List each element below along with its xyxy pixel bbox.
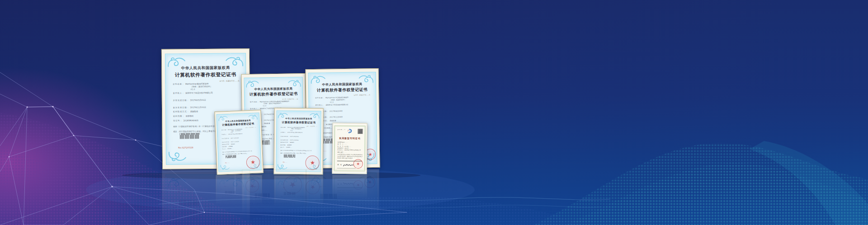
utility-patent-certificate: 证书号 第……号 实用新型专利证书 实用新型名称：…… 发 明 人：…… 专 利… bbox=[332, 123, 367, 174]
certificate-reflection: 中华人民共和国国家版权局 计算机软件著作权登记证书 证书号：软著登字第……号 软… bbox=[216, 175, 262, 225]
patent-serial: 证书号 第……号 bbox=[337, 129, 345, 131]
cert-authority: 中华人民共和国国家版权局 bbox=[245, 87, 303, 92]
cert-title: 计算机软件著作权登记证书 bbox=[277, 121, 321, 125]
cert-authority: 中华人民共和国国家版权局 bbox=[277, 117, 321, 120]
copyright-certificate-4: 中华人民共和国国家版权局 计算机软件著作权登记证书 证书号：软著登字第……号 软… bbox=[214, 110, 264, 175]
seal-star-icon: ★ bbox=[356, 162, 359, 166]
qr-code bbox=[358, 130, 362, 134]
cert-number-red: No.…… bbox=[225, 162, 230, 164]
barcode bbox=[284, 154, 295, 157]
seal-star-icon: ★ bbox=[310, 159, 315, 166]
field-dev-date: 开发完成日期：2017年05月01日 bbox=[173, 98, 242, 101]
field-pub-date: 首次发表日期：2017年11月01日 bbox=[173, 106, 242, 109]
seal-star-icon: ★ bbox=[368, 152, 373, 157]
copyright-certificate-5: 中华人民共和国国家版权局 计算机软件著作权登记证书 证书号：软著登字第……号 软… bbox=[274, 108, 323, 175]
patent-red-seal: ★ bbox=[354, 159, 363, 169]
field-author: 著作权人：深圳市马丁特尼尔技术有限公司 bbox=[173, 91, 242, 94]
certificate-reflection: 证书号 第……号 实用新型专利证书 实用新型名称：…… 发 明 人：…… 专 利… bbox=[332, 175, 367, 225]
hero-banner: 中华人民共和国国家版权局 计算机软件著作权登记证书 证书号：软著登字第……号 软… bbox=[0, 0, 868, 225]
cert-number-red: No.…… bbox=[283, 161, 288, 163]
cert-authority: 中华人民共和国国家版权局 bbox=[165, 66, 246, 71]
cert-title: 计算机软件著作权登记证书 bbox=[309, 87, 375, 94]
cert-number-red: No.02720328 bbox=[178, 146, 193, 149]
signature-scribble-icon bbox=[343, 163, 354, 167]
seal-star-icon: ★ bbox=[250, 159, 255, 165]
director-signature: 局 长 bbox=[337, 162, 354, 167]
cert-title: 计算机软件著作权登记证书 bbox=[165, 71, 246, 79]
corner-flourish-icon bbox=[168, 150, 187, 162]
barcode bbox=[226, 155, 236, 159]
barcode bbox=[179, 133, 200, 139]
corner-flourish-icon bbox=[278, 163, 288, 170]
certificate-reflection: 中华人民共和国国家版权局 计算机软件著作权登记证书 证书号：软著登字第……号 软… bbox=[274, 175, 323, 225]
footer-line bbox=[337, 168, 355, 168]
cert-authority: 中华人民共和国国家版权局 bbox=[309, 82, 375, 87]
patent-title: 实用新型专利证书 bbox=[335, 137, 365, 141]
cert-serial: 证书号：软著登字第……号 bbox=[219, 80, 239, 82]
cnipa-logo-icon bbox=[347, 129, 353, 134]
cert-title: 计算机软件著作权登记证书 bbox=[245, 91, 303, 97]
